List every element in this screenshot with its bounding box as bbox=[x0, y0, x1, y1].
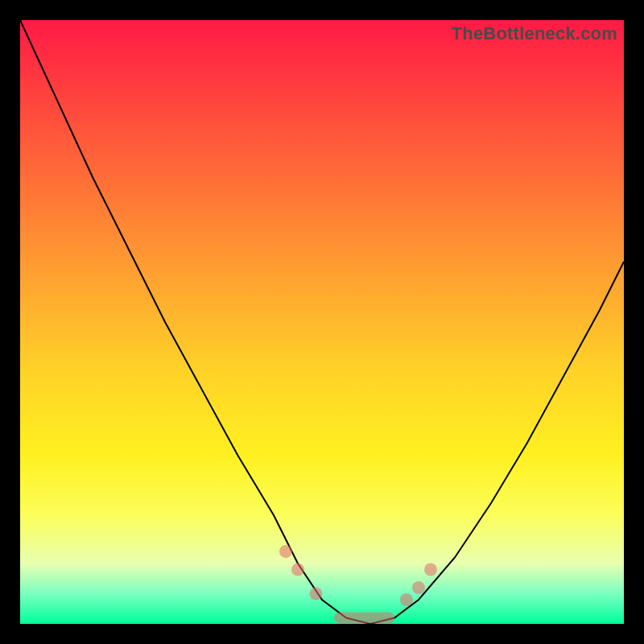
curve-marker-dot bbox=[310, 588, 323, 601]
bottleneck-chart bbox=[20, 20, 624, 624]
curve-marker-dot bbox=[279, 545, 292, 558]
curve-marker-dot bbox=[291, 564, 304, 576]
curve-marker-flat bbox=[334, 613, 394, 624]
curve-marker-dot bbox=[400, 593, 413, 606]
curve-marker-dot bbox=[424, 564, 437, 576]
bottleneck-curve-line bbox=[20, 20, 624, 624]
curve-marker-dot bbox=[412, 581, 425, 594]
curve-markers bbox=[279, 545, 437, 624]
chart-area: TheBottleneck.com bbox=[20, 20, 624, 624]
